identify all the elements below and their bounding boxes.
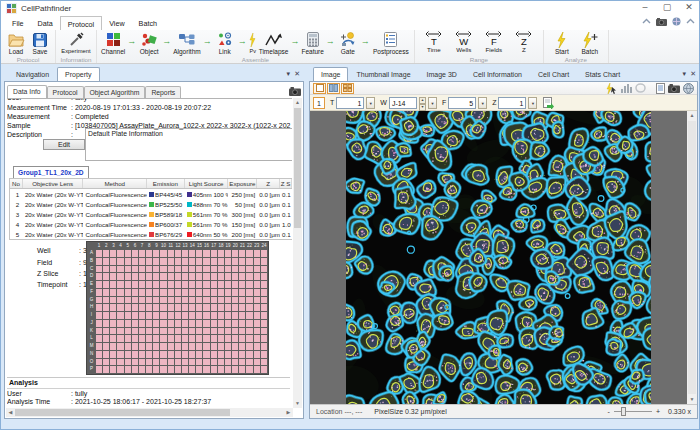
plate-well[interactable]: [146, 351, 152, 358]
maximize-button[interactable]: ▢: [657, 1, 677, 15]
plate-well[interactable]: [153, 281, 159, 288]
well-updown-spinner[interactable]: ▲▼: [419, 97, 426, 109]
plate-well[interactable]: [261, 320, 267, 327]
load-button[interactable]: Load: [4, 31, 28, 55]
plate-well[interactable]: [246, 328, 252, 335]
zoom-in-button[interactable]: +: [656, 408, 660, 415]
plate-well[interactable]: [232, 359, 238, 366]
plate-well[interactable]: [117, 328, 123, 335]
channel-row[interactable]: 220x Water (20x W-YT)ConfocalFluorescenc…: [10, 199, 292, 209]
plate-well[interactable]: [160, 304, 166, 311]
plate-well[interactable]: [254, 304, 260, 311]
plate-well[interactable]: [211, 289, 217, 296]
plate-well[interactable]: [132, 312, 138, 319]
plate-well[interactable]: [132, 281, 138, 288]
plate-well[interactable]: [225, 281, 231, 288]
feature-button[interactable]: Feature: [300, 31, 324, 55]
plate-well[interactable]: [132, 366, 138, 373]
plate-well[interactable]: [211, 266, 217, 273]
plate-well[interactable]: [232, 297, 238, 304]
plate-well[interactable]: [211, 328, 217, 335]
plate-well[interactable]: [117, 289, 123, 296]
plate-well[interactable]: [96, 266, 102, 273]
plate-well[interactable]: [232, 266, 238, 273]
settings-icon-top[interactable]: [672, 17, 681, 26]
plate-well[interactable]: [254, 343, 260, 350]
plate-well[interactable]: [153, 289, 159, 296]
plate-well[interactable]: [175, 312, 181, 319]
scroll-down-arrow[interactable]: ▼: [293, 399, 302, 408]
field-spinner[interactable]: ▼: [478, 97, 487, 109]
plate-well[interactable]: [246, 335, 252, 342]
zoom-out-button[interactable]: -: [608, 408, 610, 415]
plate-well[interactable]: [246, 273, 252, 280]
plate-well[interactable]: [182, 289, 188, 296]
plate-well[interactable]: [203, 297, 209, 304]
plate-well[interactable]: [246, 359, 252, 366]
plate-well[interactable]: [254, 366, 260, 373]
plate-well[interactable]: [246, 343, 252, 350]
plate-well[interactable]: [182, 328, 188, 335]
plate-well[interactable]: [225, 343, 231, 350]
plate-well[interactable]: [96, 312, 102, 319]
plate-well[interactable]: [196, 281, 202, 288]
plate-well[interactable]: [125, 335, 131, 342]
collapse-icon-2[interactable]: [686, 18, 695, 25]
histogram-icon[interactable]: [620, 83, 632, 93]
panel-close-icon[interactable]: ✕: [690, 70, 696, 78]
plate-well[interactable]: [160, 335, 166, 342]
plate-well[interactable]: [96, 343, 102, 350]
tab-property[interactable]: Property: [57, 67, 99, 81]
range-fields-button[interactable]: F Fields: [483, 31, 505, 53]
plate-well[interactable]: [261, 289, 267, 296]
plate-well[interactable]: [239, 304, 245, 311]
export-image-icon[interactable]: [543, 97, 554, 109]
plate-well[interactable]: [196, 366, 202, 373]
plate-well[interactable]: [239, 281, 245, 288]
report-icon[interactable]: [656, 83, 665, 94]
column-header[interactable]: Z Range: [257, 179, 280, 188]
plate-well[interactable]: [139, 304, 145, 311]
tab-data-info[interactable]: Data Info: [7, 85, 47, 98]
plate-well[interactable]: [103, 273, 109, 280]
plate-well[interactable]: [175, 366, 181, 373]
tab-stats-chart[interactable]: Stats Chart: [577, 67, 628, 81]
plate-well[interactable]: [153, 328, 159, 335]
image-viewport[interactable]: ▲ ▼: [310, 111, 697, 404]
plate-well[interactable]: [146, 335, 152, 342]
plate-well[interactable]: [225, 304, 231, 311]
layout-single-button[interactable]: [313, 83, 326, 94]
range-z-button[interactable]: Z Z: [513, 31, 535, 53]
plate-well[interactable]: [175, 258, 181, 265]
plate-well[interactable]: [261, 273, 267, 280]
plate-well[interactable]: [254, 273, 260, 280]
plate-well[interactable]: [146, 266, 152, 273]
plate-well[interactable]: [232, 343, 238, 350]
plate-well[interactable]: [175, 289, 181, 296]
gate-button[interactable]: Gate: [336, 31, 360, 55]
plate-well[interactable]: [146, 328, 152, 335]
plate-well[interactable]: [189, 289, 195, 296]
plate-well[interactable]: [175, 351, 181, 358]
scrollbar-thumb[interactable]: [15, 409, 230, 416]
plate-well[interactable]: [203, 320, 209, 327]
microscopy-image[interactable]: [346, 111, 651, 404]
plate-well[interactable]: [168, 335, 174, 342]
plate-well[interactable]: [254, 266, 260, 273]
plate-well[interactable]: [160, 343, 166, 350]
plate-well[interactable]: [139, 335, 145, 342]
batch-button[interactable]: Batch: [578, 31, 602, 55]
scrollbar-thumb[interactable]: [294, 108, 301, 228]
tab-reports[interactable]: Reports: [145, 86, 181, 98]
plate-well[interactable]: [189, 297, 195, 304]
plate-well[interactable]: [189, 273, 195, 280]
plate-well[interactable]: [189, 250, 195, 257]
plate-well[interactable]: [132, 297, 138, 304]
plate-well[interactable]: [110, 250, 116, 257]
plate-well[interactable]: [254, 320, 260, 327]
plate-well[interactable]: [261, 281, 267, 288]
plate-well[interactable]: [175, 266, 181, 273]
column-header[interactable]: No: [10, 179, 23, 188]
plate-well[interactable]: [211, 297, 217, 304]
plate-well[interactable]: [175, 304, 181, 311]
